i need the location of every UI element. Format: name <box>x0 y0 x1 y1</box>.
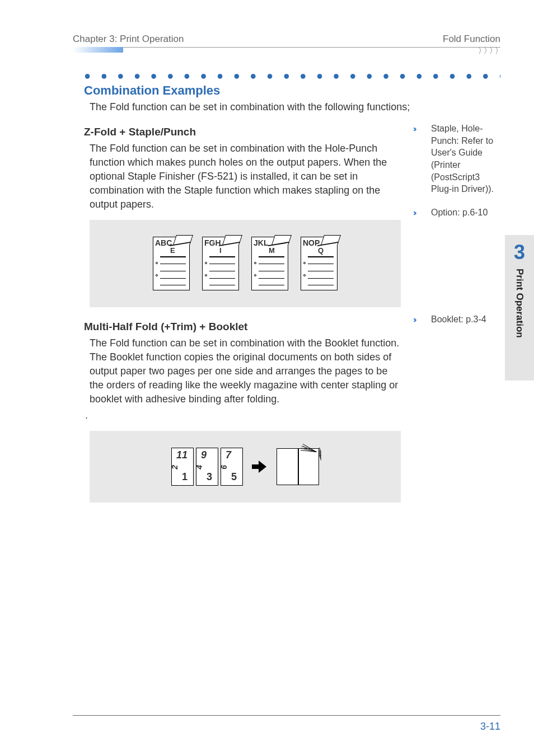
zfold-sub-label: I <box>219 246 222 255</box>
body-zfold: The Fold function can be set in combinat… <box>90 142 401 211</box>
section-title: Combination Examples <box>84 83 500 98</box>
side-note-1: Staple, Hole-Punch: Refer to User's Guid… <box>431 123 500 195</box>
card-ghost-num: 2 <box>170 465 179 469</box>
card-face-num: 5 <box>231 471 237 483</box>
zfold-sheet: JKLM <box>251 237 288 290</box>
zfold-sub-label: Q <box>318 246 324 255</box>
arrow-icon <box>252 461 268 473</box>
figure-booklet: 2111493675 <box>90 431 401 503</box>
card-ghost-num: 4 <box>195 465 204 469</box>
dot-separator: ● ● ● ● ● ● ● ● ● ● ● ● ● ● ● ● ● ● ● ● … <box>84 69 500 82</box>
zfold-top-label: NOP <box>303 238 320 247</box>
header-chapter: Chapter 3: Print Operation <box>73 34 184 45</box>
intro-text: The Fold function can be set in combinat… <box>90 100 500 114</box>
note-arrow-icon: ›››› <box>413 208 425 217</box>
footer-rule <box>73 715 500 716</box>
zfold-sheet: FGHI <box>202 237 239 290</box>
side-note-3: Booklet: p.3-4 <box>431 313 500 326</box>
booklet-card: 493 <box>196 448 218 486</box>
note-arrow-icon: ›››› <box>413 315 425 324</box>
chevrons-icon: 〉〉〉〉 <box>478 46 500 56</box>
open-booklet-icon <box>277 448 319 485</box>
card-top-num: 7 <box>226 449 231 461</box>
main-column: Z-Fold + Staple/Punch The Fold function … <box>73 123 401 516</box>
subheading-booklet: Multi-Half Fold (+Trim) + Booklet <box>84 321 401 333</box>
zfold-sub-label: M <box>269 246 275 255</box>
zfold-sheet: ABCE <box>153 237 190 290</box>
card-face-num: 3 <box>207 471 212 483</box>
side-column: ›››› Staple, Hole-Punch: Refer to User's… <box>413 123 500 516</box>
card-face-num: 1 <box>182 471 188 483</box>
body-booklet: The Fold function can be set in combinat… <box>90 336 401 406</box>
subheading-zfold: Z-Fold + Staple/Punch <box>84 126 401 138</box>
chapter-number: 3 <box>514 241 525 264</box>
zfold-top-label: FGH <box>204 238 221 247</box>
zfold-sheet: NOPQ <box>301 237 338 290</box>
header-section: Fold Function <box>443 34 500 45</box>
chapter-label: Print Operation <box>514 269 525 338</box>
booklet-card: 675 <box>221 448 243 486</box>
note-arrow-icon: ›››› <box>413 124 425 133</box>
page-header: Chapter 3: Print Operation Fold Function <box>73 34 500 45</box>
header-rule: 〉〉〉〉 <box>73 47 500 53</box>
document-page: Chapter 3: Print Operation Fold Function… <box>0 0 534 756</box>
body-trail: . <box>85 408 401 422</box>
figure-zfold: ABCEFGHIJKLMNOPQ <box>90 220 401 307</box>
card-ghost-num: 6 <box>219 465 228 469</box>
card-top-num: 11 <box>176 449 188 461</box>
zfold-top-label: ABC <box>155 238 172 247</box>
card-top-num: 9 <box>201 449 207 461</box>
side-note-2: Option: p.6-10 <box>431 206 500 219</box>
chapter-tab: 3 Print Operation <box>505 235 534 381</box>
zfold-top-label: JKL <box>254 238 268 247</box>
zfold-sub-label: E <box>170 246 175 255</box>
booklet-card: 2111 <box>171 448 194 486</box>
page-number: 3-11 <box>480 721 500 732</box>
